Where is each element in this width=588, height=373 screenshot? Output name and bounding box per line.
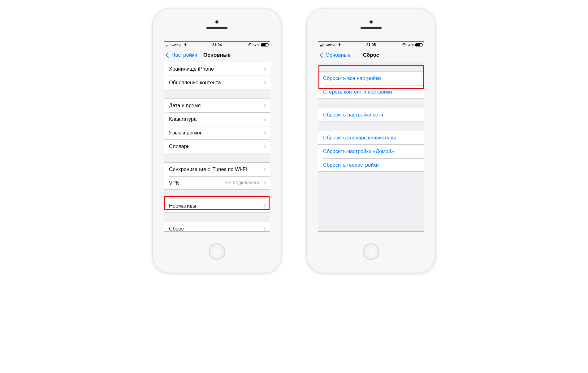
- status-bar: Билайн 21:05 64 %: [318, 42, 424, 48]
- screen-general: Билайн 21:04 64 % Настр: [164, 41, 270, 231]
- cell-reset-network[interactable]: Сбросить настройки сети: [318, 108, 424, 121]
- cell-label: Дата и время: [169, 103, 263, 108]
- cell-vpn[interactable]: VPN Не подключено: [164, 176, 270, 190]
- cell-itunes-wifi-sync[interactable]: Синхронизация с iTunes по Wi-Fi: [164, 162, 270, 176]
- reset-list: Сбросить все настройки Стереть контент и…: [318, 62, 424, 231]
- cell-regulatory[interactable]: Нормативы: [164, 199, 270, 213]
- settings-group: Хранилище iPhone Обновление контента: [164, 62, 270, 89]
- chevron-right-icon: [262, 204, 266, 207]
- chevron-right-icon: [262, 227, 266, 230]
- orientation-lock-icon: [248, 43, 252, 47]
- phone-hardware-top: [206, 8, 227, 41]
- chevron-right-icon: [262, 181, 266, 184]
- cell-erase-content-settings[interactable]: Стереть контент и настройки: [318, 85, 424, 99]
- status-bar: Билайн 21:04 64 %: [164, 42, 270, 48]
- cellular-signal-icon: [320, 43, 323, 46]
- cell-iphone-storage[interactable]: Хранилище iPhone: [164, 62, 270, 76]
- cell-reset-location[interactable]: Сбросить геонастройки: [318, 158, 424, 172]
- settings-group: Сбросить словарь клавиатуры Сбросить нас…: [318, 131, 424, 172]
- navigation-bar: Основные Сброс: [318, 48, 424, 62]
- navigation-bar: Настройки Основные: [164, 48, 270, 62]
- battery-percent-label: 64 %: [253, 43, 260, 47]
- cell-reset-home-layout[interactable]: Сбросить настройки «Домой»: [318, 144, 424, 158]
- cell-label: Сбросить настройки «Домой»: [323, 148, 420, 154]
- chevron-right-icon: [262, 168, 266, 171]
- page-title: Сброс: [363, 52, 379, 58]
- home-button[interactable]: [209, 243, 225, 260]
- chevron-left-icon: [320, 52, 325, 58]
- clock-label: 21:04: [212, 43, 222, 47]
- svg-rect-3: [404, 44, 404, 45]
- chevron-right-icon: [262, 81, 266, 84]
- cell-date-time[interactable]: Дата и время: [164, 99, 270, 112]
- cell-label: Словарь: [169, 143, 263, 149]
- settings-group: Синхронизация с iTunes по Wi-Fi VPN Не п…: [164, 162, 270, 190]
- cell-label: Сбросить все настройки: [323, 75, 420, 81]
- chevron-right-icon: [262, 104, 266, 107]
- cell-reset[interactable]: Сброс: [164, 222, 270, 231]
- cell-label: Синхронизация с iTunes по Wi-Fi: [169, 166, 263, 172]
- back-button[interactable]: Основные: [321, 52, 351, 58]
- speaker-icon: [206, 27, 227, 29]
- settings-group: Дата и время Клавиатура Язык и регион Сл…: [164, 99, 270, 153]
- speaker-icon: [361, 27, 382, 29]
- battery-percent-label: 64 %: [407, 43, 414, 47]
- cell-label: Язык и регион: [169, 130, 263, 136]
- cell-label: Обновление контента: [169, 80, 263, 86]
- cell-label: Нормативы: [169, 203, 263, 209]
- settings-list: Хранилище iPhone Обновление контента Дат…: [164, 62, 270, 231]
- cell-label: VPN: [169, 180, 225, 186]
- cell-label: Клавиатура: [169, 116, 263, 122]
- cell-label: Хранилище iPhone: [169, 66, 263, 72]
- carrier-label: Билайн: [171, 43, 182, 47]
- chevron-right-icon: [262, 117, 266, 121]
- back-label: Основные: [326, 52, 351, 58]
- phone-mockup-reset: Билайн 21:05 64 % Основные: [306, 8, 436, 273]
- cellular-signal-icon: [166, 43, 169, 46]
- cell-label: Стереть контент и настройки: [323, 89, 420, 95]
- settings-group: Сброс Выключить: [164, 222, 270, 231]
- svg-rect-1: [249, 44, 250, 45]
- wifi-icon: [338, 43, 341, 47]
- clock-label: 21:05: [366, 43, 376, 47]
- cell-language-region[interactable]: Язык и регион: [164, 126, 270, 139]
- back-button[interactable]: Настройки: [166, 52, 197, 58]
- page-title: Основные: [203, 52, 231, 58]
- cell-label: Сброс: [169, 226, 263, 231]
- cell-label: Сбросить настройки сети: [323, 112, 420, 118]
- cell-keyboard[interactable]: Клавиатура: [164, 112, 270, 126]
- cell-label: Сбросить словарь клавиатуры: [323, 135, 420, 141]
- wifi-icon: [184, 43, 187, 47]
- cell-reset-keyboard-dict[interactable]: Сбросить словарь клавиатуры: [318, 131, 424, 144]
- chevron-left-icon: [166, 52, 171, 58]
- settings-group: Сбросить настройки сети: [318, 108, 424, 121]
- cell-background-refresh[interactable]: Обновление контента: [164, 76, 270, 89]
- phone-hardware-top: [361, 8, 382, 41]
- cell-reset-all-settings[interactable]: Сбросить все настройки: [318, 71, 424, 85]
- camera-icon: [215, 20, 218, 24]
- camera-icon: [370, 20, 373, 24]
- carrier-label: Билайн: [325, 43, 336, 47]
- cell-dictionary[interactable]: Словарь: [164, 139, 270, 153]
- battery-icon: [261, 43, 268, 46]
- battery-icon: [415, 43, 422, 46]
- orientation-lock-icon: [402, 43, 406, 47]
- settings-group: Нормативы: [164, 199, 270, 213]
- cell-label: Сбросить геонастройки: [323, 162, 420, 168]
- phone-mockup-general: Билайн 21:04 64 % Настр: [152, 8, 282, 273]
- chevron-right-icon: [262, 131, 266, 134]
- home-button[interactable]: [363, 243, 379, 260]
- cell-detail: Не подключено: [225, 180, 261, 186]
- chevron-right-icon: [262, 67, 266, 71]
- back-label: Настройки: [171, 52, 197, 58]
- chevron-right-icon: [262, 144, 266, 148]
- screen-reset: Билайн 21:05 64 % Основные: [318, 41, 424, 231]
- settings-group: Сбросить все настройки Стереть контент и…: [318, 71, 424, 99]
